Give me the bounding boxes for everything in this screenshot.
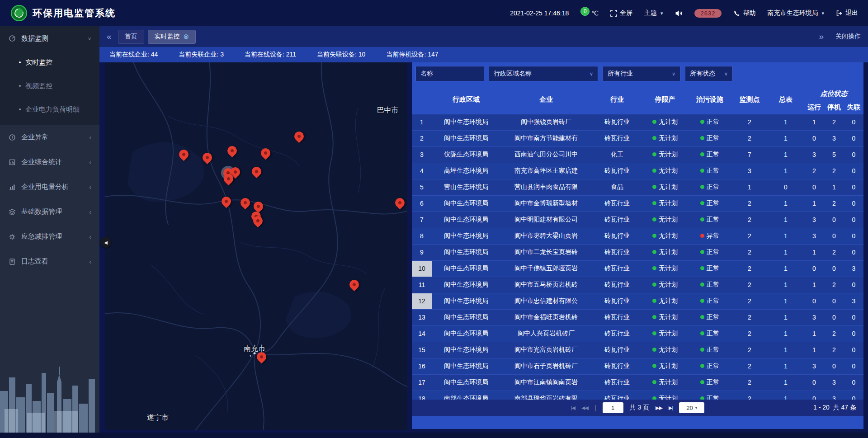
col-company: 企业 — [500, 86, 592, 114]
logout-button[interactable]: 退出 — [836, 9, 858, 17]
stat-item: 当前停机设备: 147 — [386, 51, 438, 59]
cell-company: 阆中市南方节能建材有 — [500, 130, 592, 146]
cell-lost-count: 0 — [844, 391, 863, 400]
status-dot-green — [652, 152, 656, 156]
cell-lost-count: 0 — [844, 146, 863, 163]
map[interactable]: 巴中市南充市遂宁市 — [105, 62, 407, 430]
cell-company: 阆中市五马桥页岩机砖 — [500, 277, 592, 293]
cell-industry: 砖瓦行业 — [592, 244, 642, 260]
next-page-icon[interactable]: ▶▶ — [656, 405, 662, 411]
table-row[interactable]: 7阆中生态环境局阆中明阳建材有限公司砖瓦行业无计划正常21300 — [412, 212, 863, 228]
cell-run-count: 0 — [804, 374, 824, 391]
table-row[interactable]: 12阆中生态环境局阆中市忠信建材有限公砖瓦行业无计划正常21003 — [412, 293, 863, 309]
cell-stop-plan: 无计划 — [642, 228, 688, 244]
cell-stop-plan: 无计划 — [642, 114, 688, 130]
sidebar-subitem[interactable]: 视频监控 — [0, 74, 99, 98]
table-row[interactable]: 5营山生态环境局营山县润丰肉食品有限食品无计划正常10010 — [412, 179, 863, 195]
sidebar-subitem[interactable]: 实时监控 — [0, 51, 99, 74]
tabs-scroll-right-icon[interactable]: » — [819, 32, 824, 42]
sidebar-item[interactable]: 日志查看‹ — [0, 249, 99, 274]
cell-industry: 砖瓦行业 — [592, 228, 642, 244]
close-operations-menu[interactable]: 关闭操作 — [835, 33, 861, 41]
logout-icon — [836, 10, 843, 17]
status-filter-select[interactable]: 所有状态 ∨ — [685, 66, 733, 81]
row-index: 9 — [412, 244, 432, 260]
cell-facility-status: 正常 — [688, 260, 732, 277]
cell-company: 南部县瑞华页岩砖有限 — [500, 391, 592, 400]
table-row[interactable]: 13阆中生态环境局阆中市金福旺页岩机砖砖瓦行业无计划正常21300 — [412, 309, 863, 325]
notice-count-badge[interactable]: 2632 — [694, 9, 722, 18]
sidebar-item[interactable]: 应急减排管理‹ — [0, 224, 99, 249]
col-facility: 治污设施 — [688, 86, 732, 114]
sidebar-item-data-monitoring[interactable]: 数据监测 ∨ — [0, 26, 99, 51]
cell-lost-count: 0 — [844, 179, 863, 195]
tab-home[interactable]: 首页 — [118, 30, 144, 44]
announcement-icon[interactable] — [675, 10, 683, 17]
cell-monitor-count: 2 — [732, 374, 767, 391]
tab-realtime-monitor[interactable]: 实时监控 ⊗ — [148, 30, 196, 44]
table-row[interactable]: 2阆中生态环境局阆中市南方节能建材有砖瓦行业无计划正常21030 — [412, 130, 863, 146]
sidebar-item-label: 企业异常 — [21, 133, 48, 141]
sidebar-collapse-button[interactable]: ◀ — [100, 237, 111, 248]
cell-region: 阆中生态环境局 — [432, 212, 500, 228]
table-row[interactable]: 16阆中生态环境局阆中市石子页岩机砖厂砖瓦行业无计划正常21300 — [412, 358, 863, 374]
table-row[interactable]: 1阆中生态环境局阆中强锐页岩砖厂砖瓦行业无计划正常21120 — [412, 114, 863, 130]
table-row[interactable]: 6阆中生态环境局阆中市金博瑞新型墙材砖瓦行业无计划正常21120 — [412, 195, 863, 212]
row-index: 10 — [412, 260, 432, 277]
sidebar-submenu: 实时监控视频监控企业电力负荷明细 — [0, 51, 99, 125]
cell-run-count: 3 — [804, 212, 824, 228]
first-page-icon[interactable]: |◀ — [571, 405, 575, 411]
cell-halt-count: 2 — [824, 195, 844, 212]
page-size-select[interactable]: 20 ▾ — [679, 402, 704, 413]
status-dot-green — [700, 266, 704, 270]
fullscreen-button[interactable]: 全屏 — [610, 9, 632, 17]
cell-meter-count: 1 — [767, 195, 804, 212]
temperature-unit: ℃ — [591, 9, 599, 17]
cell-halt-count: 3 — [824, 130, 844, 146]
cell-facility-status: 正常 — [688, 195, 732, 212]
close-icon[interactable]: ⊗ — [184, 33, 189, 41]
status-dot-green — [700, 185, 704, 189]
name-filter-input[interactable]: 名称 — [415, 66, 484, 81]
sidebar-item-label: 企业综合统计 — [21, 158, 62, 166]
cell-run-count: 1 — [804, 277, 824, 293]
cell-facility-status: 正常 — [688, 130, 732, 146]
theme-menu[interactable]: 主题▾ — [644, 9, 663, 17]
table-row[interactable]: 4高坪生态环境局南充市高坪区王家店建砖瓦行业无计划正常31220 — [412, 163, 863, 179]
prev-page-icon[interactable]: ◀◀ — [581, 405, 588, 411]
status-dot-green — [700, 396, 704, 400]
cell-meter-count: 0 — [767, 179, 804, 195]
sidebar-item[interactable]: 企业异常‹ — [0, 125, 99, 150]
cell-stop-plan: 无计划 — [642, 277, 688, 293]
sidebar-item[interactable]: 基础数据管理‹ — [0, 199, 99, 224]
status-dot-green — [700, 348, 704, 352]
page-number-input[interactable]: 1 — [603, 402, 623, 413]
table-row[interactable]: 15阆中生态环境局阆中市光富页岩机砖厂砖瓦行业无计划正常21120 — [412, 342, 863, 358]
phone-icon — [733, 10, 740, 17]
sidebar-item[interactable]: 企业综合统计‹ — [0, 150, 99, 174]
table-row[interactable]: 9阆中生态环境局阆中市二龙长宝页岩砖砖瓦行业无计划正常21120 — [412, 244, 863, 260]
cell-lost-count: 3 — [844, 293, 863, 309]
table-row[interactable]: 3仪陇生态环境局西南油气田分公司川中化工无计划正常71350 — [412, 146, 863, 163]
region-filter-select[interactable]: 行政区域名称 ∨ — [489, 66, 598, 81]
status-dot-green — [700, 136, 704, 140]
chevron-left-icon: ‹ — [89, 208, 91, 216]
table-row[interactable]: 11阆中生态环境局阆中市五马桥页岩机砖砖瓦行业无计划正常21120 — [412, 277, 863, 293]
tabs-scroll-left-icon[interactable]: « — [107, 32, 112, 42]
sidebar-subitem[interactable]: 企业电力负荷明细 — [0, 98, 99, 121]
table-row[interactable]: 14阆中生态环境局阆中大兴页岩机砖厂砖瓦行业无计划正常21120 — [412, 325, 863, 342]
cell-facility-status: 正常 — [688, 146, 732, 163]
content-area: « 首页 实时监控 ⊗ » 关闭操作 当前在线企业: 44当前失联企业: 3当前… — [99, 26, 868, 433]
table-row[interactable]: 17阆中生态环境局阆中市江南镇阆南页岩砖瓦行业无计划正常21030 — [412, 374, 863, 391]
table-row[interactable]: 10阆中生态环境局阆中千佛镇五郎垭页岩砖瓦行业无计划正常21003 — [412, 260, 863, 277]
cell-industry: 砖瓦行业 — [592, 130, 642, 146]
table-row[interactable]: 8阆中生态环境局阆中市枣碧大梁山页岩砖瓦行业无计划异常21300 — [412, 228, 863, 244]
sidebar-item[interactable]: 企业用电量分析‹ — [0, 174, 99, 199]
org-menu[interactable]: 南充市生态环境局▾ — [767, 9, 824, 17]
status-dot-green — [700, 364, 704, 368]
industry-filter-select[interactable]: 所有行业 ∨ — [603, 66, 680, 81]
table-row[interactable]: 18南部生态环境局南部县瑞华页岩砖有限砖瓦行业无计划正常21030 — [412, 391, 863, 400]
last-page-icon[interactable]: ▶| — [669, 405, 673, 411]
help-button[interactable]: 帮助 — [733, 9, 755, 17]
enterprise-table: 行政区域 企业 行业 停限产 治污设施 监测点 总表 点位状态 — [412, 86, 863, 400]
